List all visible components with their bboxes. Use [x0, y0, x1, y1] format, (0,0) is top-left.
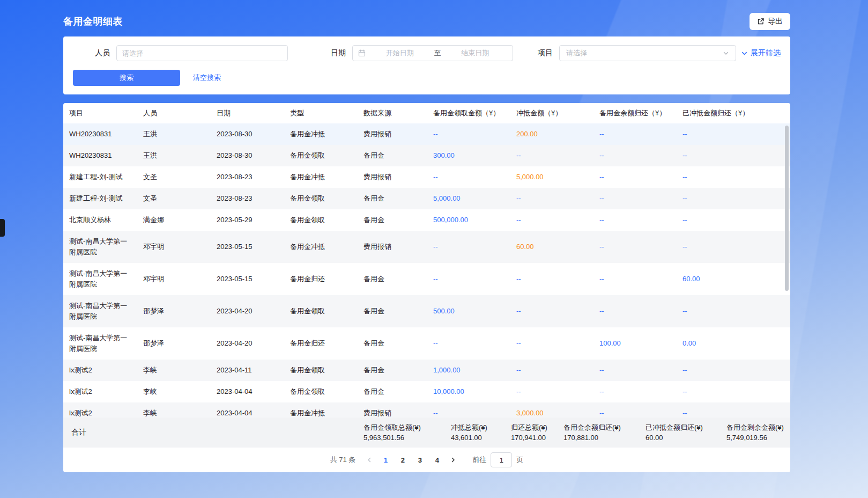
table-cell: 5,000.00: [427, 188, 510, 209]
table-row[interactable]: 测试-南昌大学第一附属医院邓宇明2023-05-15备用金归还备用金------…: [63, 263, 790, 295]
table-cell: 测试-南昌大学第一附属医院: [63, 263, 137, 295]
table-cell: WH20230831: [63, 123, 137, 145]
prev-page-button[interactable]: [362, 457, 377, 463]
table-cell: --: [593, 209, 677, 231]
table-cell: 10,000.00: [427, 381, 510, 402]
summary-item: 已冲抵金额归还(¥)60.00: [646, 422, 726, 443]
table-cell: 邵梦泽: [137, 333, 211, 354]
table-cell: --: [593, 301, 677, 322]
expand-filters-link[interactable]: 展开筛选: [741, 48, 781, 58]
table-cell: --: [510, 209, 593, 231]
page-number-button[interactable]: 4: [429, 456, 444, 464]
table-cell: 新建工程-刘-测试: [63, 166, 137, 188]
summary-item-value: 170,941.00: [511, 433, 563, 443]
table-cell: 60.00: [510, 236, 593, 258]
table-cell: 300.00: [427, 145, 510, 166]
page-title: 备用金明细表: [63, 15, 123, 28]
table-row[interactable]: WH20230831王洪2023-08-30备用金冲抵费用报销--200.00-…: [63, 123, 790, 145]
page-header: 备用金明细表 导出: [63, 12, 790, 31]
table-row[interactable]: lx测试2李峡2023-04-04备用金冲抵费用报销--3,000.00----: [63, 402, 790, 418]
end-date-placeholder: 结束日期: [443, 48, 508, 58]
table-cell: 500,000.00: [427, 209, 510, 231]
drawer-handle[interactable]: [0, 219, 5, 237]
table-row[interactable]: 新建工程-刘-测试文圣2023-08-23备用金领取备用金5,000.00---…: [63, 188, 790, 209]
table-cell: 备用金冲抵: [284, 166, 358, 188]
search-button[interactable]: 搜索: [73, 70, 180, 86]
table-cell: --: [677, 145, 790, 166]
summary-item-value: 60.00: [646, 433, 726, 443]
table-cell: 备用金: [358, 209, 427, 231]
person-select-input[interactable]: [116, 45, 288, 61]
table-cell: 测试-南昌大学第一附属医院: [63, 327, 137, 360]
table-row[interactable]: lx测试2李峡2023-04-11备用金领取备用金1,000.00------: [63, 360, 790, 381]
table-cell: --: [427, 236, 510, 258]
table-cell: 满金娜: [137, 209, 211, 231]
table-cell: --: [510, 145, 593, 166]
page-number-button[interactable]: 2: [395, 456, 410, 464]
table-cell: 邵梦泽: [137, 301, 211, 322]
export-button[interactable]: 导出: [750, 13, 790, 30]
table-cell: --: [510, 333, 593, 354]
filter-card: 人员 日期 开始日期 至 结束日期 项目: [63, 36, 790, 94]
column-header: 已冲抵金额归还（¥）: [677, 108, 790, 118]
table-cell: --: [677, 123, 790, 145]
goto-page-input[interactable]: [491, 452, 512, 467]
table-cell: 0.00: [677, 333, 790, 354]
table-cell: --: [593, 381, 677, 402]
table-cell: 备用金领取: [284, 381, 358, 402]
table-cell: 2023-04-20: [211, 333, 284, 354]
table-cell: 备用金: [358, 301, 427, 322]
table-cell: 文圣: [137, 188, 211, 209]
table-cell: 费用报销: [358, 402, 427, 418]
summary-item: 备用金余额归还(¥)170,881.00: [563, 422, 646, 443]
summary-total-label: 合计: [63, 428, 363, 437]
table-cell: 费用报销: [358, 166, 427, 188]
table-cell: 费用报销: [358, 123, 427, 145]
table-row[interactable]: WH20230831王洪2023-08-30备用金领取备用金300.00----…: [63, 145, 790, 166]
table-cell: 王洪: [137, 145, 211, 166]
table-cell: 李峡: [137, 402, 211, 418]
table-row[interactable]: 测试-南昌大学第一附属医院邓宇明2023-05-15备用金冲抵费用报销--60.…: [63, 231, 790, 263]
table-cell: --: [593, 188, 677, 209]
table-row[interactable]: 测试-南昌大学第一附属医院邵梦泽2023-04-20备用金归还备用金----10…: [63, 327, 790, 360]
table-cell: --: [593, 145, 677, 166]
table-row[interactable]: 北京顺义杨林满金娜2023-05-29备用金领取备用金500,000.00---…: [63, 209, 790, 231]
table-cell: lx测试2: [63, 360, 137, 381]
table-cell: 备用金冲抵: [284, 236, 358, 258]
summary-item-value: 43,601.00: [451, 433, 511, 443]
table-row[interactable]: 测试-南昌大学第一附属医院邵梦泽2023-04-20备用金领取备用金500.00…: [63, 295, 790, 327]
table-cell: 2023-04-11: [211, 360, 284, 381]
table-cell: 北京顺义杨林: [63, 209, 137, 231]
summary-item-label: 已冲抵金额归还(¥): [646, 422, 726, 433]
table-body-viewport: WH20230831王洪2023-08-30备用金冲抵费用报销--200.00-…: [63, 123, 790, 418]
table-cell: --: [677, 188, 790, 209]
table-cell: --: [677, 236, 790, 258]
table-cell: 邓宇明: [137, 236, 211, 258]
summary-item-value: 170,881.00: [563, 433, 646, 443]
page-number-button[interactable]: 1: [378, 456, 393, 464]
table-cell: --: [510, 360, 593, 381]
table-cell: 2023-04-04: [211, 402, 284, 418]
next-page-button[interactable]: [446, 457, 461, 463]
column-header: 数据来源: [358, 108, 427, 118]
table-row[interactable]: 新建工程-刘-测试文圣2023-08-23备用金冲抵费用报销--5,000.00…: [63, 166, 790, 188]
table-cell: 2023-04-04: [211, 381, 284, 402]
table-cell: --: [593, 123, 677, 145]
expand-filters-label: 展开筛选: [751, 48, 781, 58]
table-header: 项目人员日期类型数据来源备用金领取金额（¥）冲抵金额（¥）备用金余额归还（¥）已…: [63, 103, 790, 123]
table-cell: 李峡: [137, 360, 211, 381]
table-cell: --: [510, 268, 593, 290]
table-cell: 2023-05-15: [211, 236, 284, 258]
date-range-picker[interactable]: 开始日期 至 结束日期: [352, 45, 513, 61]
goto-page-unit: 页: [516, 455, 523, 465]
date-filter-label: 日期: [331, 48, 346, 58]
table-row[interactable]: lx测试2李峡2023-04-04备用金领取备用金10,000.00------: [63, 381, 790, 402]
summary-item: 备用金剩余金额(¥)5,749,019.56: [726, 422, 784, 443]
table-cell: 500.00: [427, 301, 510, 322]
table-cell: --: [593, 402, 677, 418]
vertical-scrollbar[interactable]: [785, 126, 789, 291]
project-select[interactable]: 请选择: [559, 45, 736, 61]
page-number-button[interactable]: 3: [412, 456, 427, 464]
start-date-placeholder: 开始日期: [368, 48, 432, 58]
clear-search-link[interactable]: 清空搜索: [193, 73, 221, 83]
